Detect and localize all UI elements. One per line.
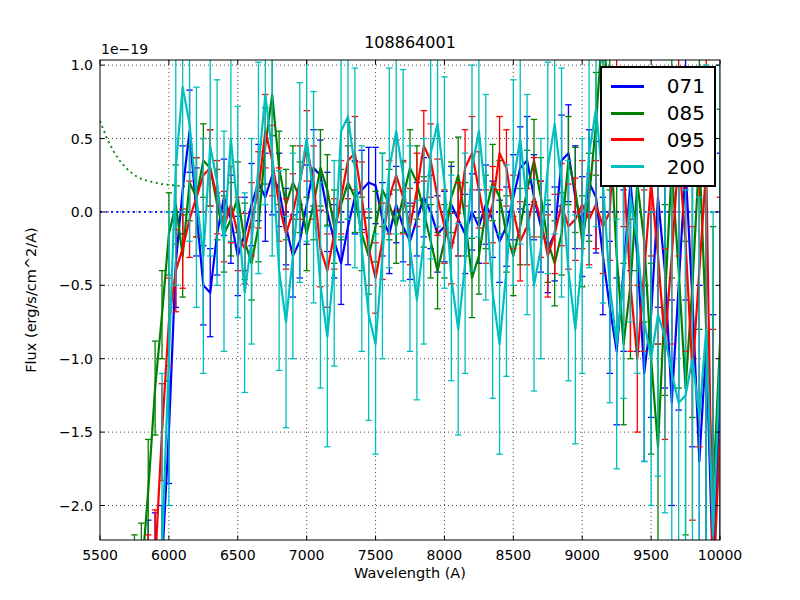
- legend-label: 085: [657, 103, 705, 123]
- legend-item-071: 071: [602, 76, 714, 96]
- x-tick-label: 6500: [203, 546, 273, 564]
- y-tick-label: −2.0: [33, 497, 93, 515]
- x-tick-label: 7500: [341, 546, 411, 564]
- y-axis-offset-label: 1e−19: [101, 41, 148, 57]
- legend-line-swatch-red: [611, 138, 644, 141]
- legend-item-200: 200: [602, 157, 714, 177]
- legend-label: 095: [657, 130, 705, 150]
- y-tick-label: −1.5: [33, 423, 93, 441]
- legend: 071 085 095 200: [600, 66, 716, 187]
- x-tick-label: 10000: [685, 546, 755, 564]
- x-tick-label: 8500: [478, 546, 548, 564]
- x-axis-label: Wavelength (A): [100, 565, 720, 581]
- y-tick-label: −1.0: [33, 350, 93, 368]
- x-tick-label: 5500: [65, 546, 135, 564]
- legend-line-swatch-green: [611, 112, 644, 115]
- legend-label: 200: [657, 157, 705, 177]
- legend-line-swatch-blue: [611, 85, 644, 88]
- x-tick-label: 8000: [409, 546, 479, 564]
- legend-line-swatch-cyan: [611, 165, 644, 168]
- plot-title: 108864001: [100, 33, 720, 52]
- legend-item-085: 085: [602, 103, 714, 123]
- y-tick-label: 0.5: [33, 130, 93, 148]
- x-tick-label: 6000: [134, 546, 204, 564]
- x-tick-label: 9500: [616, 546, 686, 564]
- x-tick-label: 9000: [547, 546, 617, 564]
- legend-label: 071: [657, 76, 705, 96]
- y-tick-label: −0.5: [33, 276, 93, 294]
- figure: 108864001 1e−19 Wavelength (A) Flux (erg…: [0, 0, 800, 600]
- y-tick-label: 1.0: [33, 56, 93, 74]
- legend-item-095: 095: [602, 130, 714, 150]
- y-tick-label: 0.0: [33, 203, 93, 221]
- x-tick-label: 7000: [272, 546, 342, 564]
